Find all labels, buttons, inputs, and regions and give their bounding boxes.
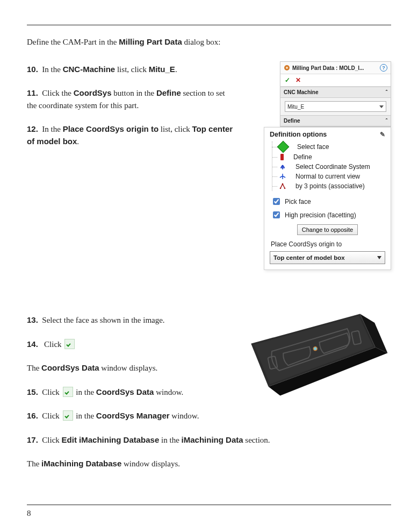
bold: Milling Part Data — [119, 37, 182, 46]
step-number: 11. — [27, 88, 38, 97]
node-label: Normal to current view — [289, 173, 360, 180]
checkbox-input[interactable] — [273, 198, 280, 205]
text: Click the — [42, 89, 73, 97]
step-number: 14. — [27, 339, 38, 349]
node-label: Define — [287, 153, 312, 161]
section-label: CNC Machine — [284, 89, 318, 95]
step-11: 11. Click the CoordSys button in the Def… — [27, 87, 231, 111]
intro-line: Define the CAM-Part in the Milling Part … — [27, 36, 391, 48]
checkbox-label: Pick face — [285, 198, 311, 205]
ok-icon[interactable] — [64, 339, 75, 349]
tree-node-define[interactable]: Define — [272, 152, 385, 162]
text: Click — [44, 340, 63, 349]
text: list, click — [115, 65, 149, 74]
text: In the — [42, 125, 62, 133]
bold: CNC-Machine — [63, 65, 116, 74]
axis-icon — [280, 154, 284, 160]
step-10: 10. In the CNC-Machine list, click Mitu_… — [27, 63, 231, 76]
text: The — [27, 364, 41, 372]
diamond-icon — [277, 141, 290, 153]
bold: Edit iMachining Database — [62, 435, 160, 444]
rule-bottom — [27, 505, 391, 505]
tree-node-select-cs[interactable]: Select Coordinate System — [272, 162, 385, 172]
text: window displays. — [121, 459, 180, 468]
tree-node-3points[interactable]: by 3 points (associative) — [272, 181, 385, 191]
confirm-row: ✓ ✕ — [280, 74, 391, 87]
text: . — [175, 65, 177, 74]
text: section. — [243, 436, 270, 444]
section-label: Define — [284, 118, 300, 124]
bold: CoordSys Data — [96, 387, 154, 396]
step-13: 13. Select the face as shown in the imag… — [27, 314, 220, 327]
change-to-opposite-button[interactable]: Change to opposite — [297, 224, 358, 235]
step-17-result: The iMachining Database window displays. — [27, 458, 391, 470]
text: . — [77, 137, 79, 146]
section-define[interactable]: Define ˆ — [280, 115, 391, 126]
text: dialog box: — [182, 38, 221, 46]
text: Click — [42, 412, 61, 420]
cnc-machine-dropdown[interactable]: Mitu_E — [285, 101, 386, 112]
checkbox-high-precision[interactable]: High precision (facetting) — [271, 210, 384, 220]
bold: Place CoordSys origin to — [63, 124, 158, 133]
svg-point-2 — [280, 188, 282, 189]
svg-point-4 — [284, 188, 286, 189]
text: In the — [42, 65, 62, 74]
chevron-down-icon — [377, 256, 381, 259]
help-icon[interactable]: ? — [380, 64, 387, 72]
step-15: 15. Click in the CoordSys Data window. — [27, 386, 220, 399]
text: list, click — [158, 125, 192, 133]
close-icon[interactable]: ✕ — [296, 76, 301, 84]
bold: Define — [156, 88, 181, 97]
step-number: 15. — [27, 387, 38, 396]
text: Click — [42, 436, 61, 444]
points-icon — [279, 183, 286, 189]
text: window displays. — [99, 364, 158, 372]
tree-node-select-face[interactable]: Select face — [272, 141, 385, 152]
step-12: 12. In the Place CoordSys origin to list… — [27, 123, 242, 147]
node-label: Select face — [291, 143, 329, 151]
edit-icon[interactable]: ✎ — [380, 131, 385, 138]
chevron-up-icon: ˆ — [386, 89, 387, 95]
checkbox-label: High precision (facetting) — [285, 211, 356, 219]
tree-node-normal-view[interactable]: Normal to current view — [272, 172, 385, 181]
step-14-result: The CoordSys Data window displays. — [27, 362, 220, 374]
ok-icon[interactable] — [63, 387, 73, 397]
bold: Mitu_E — [149, 65, 175, 74]
page: Define the CAM-Part in the Milling Part … — [0, 0, 418, 532]
step-number: 12. — [27, 124, 38, 133]
bold: iMachining Data — [182, 435, 243, 444]
text: window. — [170, 412, 199, 420]
step-17: 17. Click Edit iMachining Database in th… — [27, 434, 391, 446]
text: Click — [42, 388, 61, 396]
ok-icon[interactable] — [63, 410, 73, 421]
rule-top — [27, 25, 391, 25]
view-icon — [279, 173, 286, 180]
dropdown-value: Mitu_E — [287, 104, 304, 110]
bold: CoordSys — [74, 88, 112, 97]
text: in the — [74, 412, 96, 420]
text: Select the face as shown in the image. — [42, 316, 164, 324]
node-label: Select Coordinate System — [289, 163, 370, 171]
bold: iMachining Database — [41, 459, 121, 468]
ok-icon[interactable]: ✓ — [285, 76, 290, 84]
dropdown-value: Top center of model box — [273, 254, 345, 261]
options-tree: Select face Define Select Coordinate Sys… — [272, 141, 385, 191]
panel-milling-part-data: Milling Part Data : MOLD_I... ? ✓ ✕ CNC … — [280, 61, 391, 127]
step-14: 14. Click — [27, 338, 220, 351]
panel-header: Definition options ✎ — [264, 127, 391, 140]
panel-title: Definition options — [270, 131, 327, 138]
text: button in the — [112, 89, 156, 97]
place-origin-dropdown[interactable]: Top center of model box — [270, 251, 385, 264]
step-number: 17. — [27, 435, 38, 444]
panel-title: Milling Part Data : MOLD_I... — [292, 65, 378, 71]
coordsys-icon — [279, 164, 286, 170]
checkbox-pick-face[interactable]: Pick face — [271, 196, 384, 207]
chevron-down-icon — [379, 105, 384, 108]
section-cnc-machine[interactable]: CNC Machine ˆ — [280, 87, 391, 98]
checkbox-input[interactable] — [273, 211, 280, 218]
node-label: by 3 points (associative) — [289, 182, 365, 190]
text: The — [27, 459, 41, 468]
page-number: 8 — [27, 509, 31, 518]
chevron-up-icon: ˆ — [386, 118, 387, 124]
svg-point-3 — [282, 183, 284, 185]
